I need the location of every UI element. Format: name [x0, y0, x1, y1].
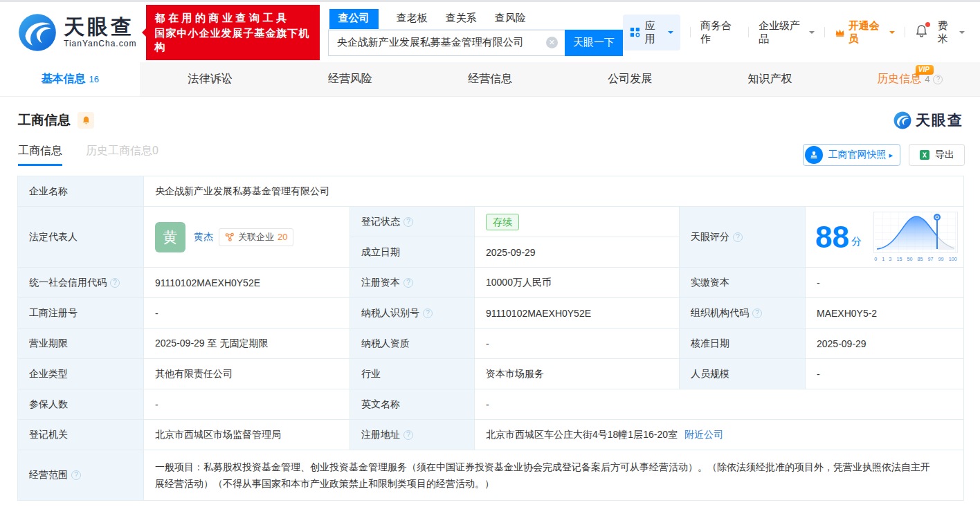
table-row: 经营范围 一般项目：私募股权投资基金管理、创业投资基金管理服务（须在中国证券投资… [18, 450, 963, 500]
company-tabs: 基本信息 16 法律诉讼 经营风险 经营信息 公司发展 知识产权 VIP 历史信… [0, 62, 980, 97]
nav-open-vip[interactable]: 开通会员 [835, 19, 895, 46]
tab-intellectual-property[interactable]: 知识产权 [700, 62, 840, 96]
divider [824, 27, 825, 37]
search-tab-company[interactable]: 查公司 [329, 9, 379, 29]
field-label: 天眼评分 [691, 231, 729, 243]
tab-legal[interactable]: 法律诉讼 [140, 62, 280, 96]
tab-label: 知识产权 [748, 72, 792, 86]
search-tab-risk[interactable]: 查风险 [495, 9, 526, 29]
promo-line-1: 都在用的商业查询工具 [154, 11, 311, 25]
chevron-down-icon [889, 31, 895, 37]
username: 费米 [938, 19, 956, 46]
related-label: 关联企业 [238, 231, 274, 243]
table-row: 登记机关 北京市西城区市场监督管理局 注册地址 北京市西城区车公庄大街4号18幢… [18, 420, 963, 450]
field-label: 登记状态 [361, 216, 400, 228]
credit-code-value: 91110102MAEXH0Y52E [144, 268, 350, 297]
notifications-bell[interactable] [915, 24, 928, 40]
tab-operating-info[interactable]: 经营信息 [420, 62, 560, 96]
field-label-group: 经营范围 [18, 450, 144, 500]
tick-label: 0 [874, 256, 877, 261]
taxpayer-quality-value: - [475, 329, 680, 358]
field-label: 注册资本 [361, 277, 400, 289]
english-name-value: - [475, 389, 963, 419]
field-label: 成立日期 [350, 237, 475, 267]
field-label-group: 注册地址 [350, 420, 475, 450]
business-term-value: 2025-09-29 至 无固定期限 [144, 329, 350, 358]
official-snapshot-button[interactable]: 工商官网快照 ▸ [803, 144, 900, 166]
field-label: 参保人数 [18, 389, 144, 419]
field-label: 营业期限 [18, 329, 144, 358]
divider [690, 27, 691, 37]
field-label: 经营范围 [29, 469, 68, 481]
help-icon[interactable] [423, 308, 433, 318]
reg-number-value: - [144, 298, 350, 328]
help-icon[interactable] [110, 278, 120, 288]
apps-grid-icon [630, 26, 640, 38]
field-label: 行业 [350, 359, 475, 389]
approve-date-value: 2025-09-29 [806, 329, 963, 358]
bell-icon [82, 116, 91, 125]
subsection-bar: 工商信息 历史工商信息0 工商官网快照 ▸ 导出 [0, 130, 980, 176]
promo-line-2: 国家中小企业发展子基金旗下机构 [154, 26, 311, 54]
section-title: 工商信息 [18, 111, 71, 129]
tick-label: 99 [938, 256, 943, 261]
tianyancha-logo-icon [18, 13, 57, 52]
business-scope-value: 一般项目：私募股权投资基金管理、创业投资基金管理服务（须在中国证券投资基金业协会… [144, 450, 963, 500]
tab-label: 经营风险 [328, 72, 372, 86]
field-label: 组织机构代码 [691, 307, 749, 320]
score-cell: 88 分 [806, 207, 963, 267]
nav-biz-cooperation[interactable]: 商务合作 [700, 19, 738, 46]
industry-value: 资本市场服务 [475, 359, 680, 389]
related-companies-badge[interactable]: 关联企业 20 [219, 228, 293, 246]
help-icon[interactable] [403, 430, 413, 440]
subtab-business-info[interactable]: 工商信息 [18, 144, 62, 166]
apps-menu[interactable]: 应用 [623, 15, 680, 50]
field-label: 人员规模 [680, 359, 806, 389]
status-date-subgrid: 登记状态 存续 成立日期 2025-09-29 [350, 207, 680, 267]
legal-rep-cell: 黄 黄杰 关联企业 20 [144, 207, 350, 267]
search-tab-boss[interactable]: 查老板 [397, 9, 428, 29]
clear-search-icon[interactable]: ✕ [546, 37, 558, 48]
section-header: 工商信息 天眼查 [0, 97, 980, 130]
tianyancha-logo[interactable]: 天眼查 TianYanCha.com [18, 13, 136, 52]
help-icon[interactable] [71, 470, 81, 480]
field-label: 注册地址 [361, 429, 400, 441]
help-icon[interactable] [403, 278, 413, 288]
chevron-down-icon [809, 31, 815, 37]
tick-label: 1 [882, 256, 884, 261]
business-info-table: 企业名称 央企战新产业发展私募基金管理有限公司 法定代表人 黄 黄杰 关联企业 … [17, 176, 964, 501]
user-menu[interactable]: 费米 [938, 19, 965, 46]
tab-label: 经营信息 [468, 72, 512, 86]
tab-history-info[interactable]: VIP 历史信息 4 [840, 62, 980, 96]
caret-right-icon: ▸ [889, 151, 893, 160]
insured-count-value: - [144, 389, 350, 419]
table-row: 营业期限 2025-09-29 至 无固定期限 纳税人资质 - 核准日期 202… [18, 329, 963, 359]
help-icon[interactable] [403, 217, 413, 227]
tab-company-development[interactable]: 公司发展 [560, 62, 700, 96]
tick-label: 97 [927, 256, 933, 261]
reg-address-value: 北京市西城区车公庄大街4号18幢1层16-20室 [486, 429, 678, 441]
tab-label: 法律诉讼 [188, 72, 232, 86]
tab-basic-info[interactable]: 基本信息 16 [0, 62, 140, 96]
export-button[interactable]: 导出 [909, 144, 965, 166]
nav-enterprise-products[interactable]: 企业级产品 [759, 19, 815, 46]
monitor-bell-button[interactable] [78, 112, 94, 129]
search-tab-relation[interactable]: 查关系 [446, 9, 477, 29]
vip-badge: VIP [916, 65, 934, 75]
field-label: 核准日期 [680, 329, 806, 358]
tick-label: 15 [896, 256, 902, 261]
snapshot-label: 工商官网快照 [828, 149, 886, 161]
table-row: 企业名称 央企战新产业发展私募基金管理有限公司 [18, 176, 963, 207]
search-button[interactable]: 天眼一下 [565, 30, 623, 56]
subtab-history-business-info[interactable]: 历史工商信息0 [86, 144, 158, 166]
legal-rep-link[interactable]: 黄杰 [194, 231, 213, 243]
tab-operating-risk[interactable]: 经营风险 [280, 62, 420, 96]
tab-label: 基本信息 [41, 72, 85, 86]
help-icon[interactable] [752, 308, 762, 318]
help-icon[interactable] [733, 232, 743, 242]
help-icon[interactable] [933, 75, 943, 84]
field-label: 企业类型 [18, 359, 144, 389]
avatar[interactable]: 黄 [155, 222, 185, 252]
search-input[interactable]: 央企战新产业发展私募基金管理有限公司 ✕ [328, 30, 565, 56]
nearby-companies-link[interactable]: 附近公司 [684, 429, 723, 441]
